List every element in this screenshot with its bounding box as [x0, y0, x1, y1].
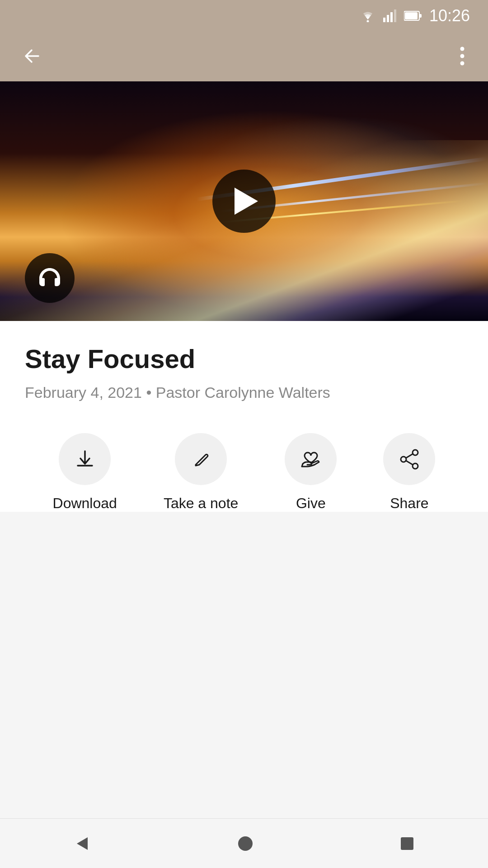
- actions-row: Download Take a note Give: [25, 433, 463, 512]
- audio-toggle-button[interactable]: [25, 253, 75, 303]
- sermon-date: February 4, 2021: [25, 384, 142, 401]
- content-area: Stay Focused February 4, 2021 • Pastor C…: [0, 321, 488, 512]
- sermon-pastor: Pastor Carolynne Walters: [156, 384, 330, 401]
- svg-point-12: [401, 457, 406, 462]
- more-vert-icon: [459, 46, 465, 66]
- svg-point-17: [238, 836, 253, 851]
- svg-rect-3: [390, 12, 393, 22]
- download-icon: [74, 448, 96, 470]
- share-label: Share: [390, 495, 428, 512]
- download-label: Download: [53, 495, 117, 512]
- back-arrow-icon: [23, 47, 42, 66]
- note-icon: [190, 448, 212, 470]
- play-button[interactable]: [212, 170, 276, 233]
- nav-stop-button[interactable]: [390, 827, 424, 860]
- svg-point-0: [366, 20, 369, 23]
- give-button[interactable]: Give: [285, 433, 337, 512]
- signal-icon: [383, 9, 397, 22]
- svg-point-11: [413, 450, 418, 455]
- nav-back-button[interactable]: [64, 826, 100, 862]
- nav-home-icon: [237, 835, 253, 852]
- svg-marker-16: [77, 837, 88, 850]
- svg-rect-7: [419, 14, 422, 18]
- svg-line-15: [406, 461, 413, 465]
- back-button[interactable]: [18, 42, 46, 71]
- take-note-label: Take a note: [164, 495, 238, 512]
- share-button[interactable]: Share: [383, 433, 435, 512]
- status-time: 10:26: [429, 6, 470, 25]
- headphone-icon: [37, 266, 63, 290]
- bottom-nav: [0, 818, 488, 868]
- sermon-title: Stay Focused: [25, 344, 463, 374]
- give-label: Give: [296, 495, 326, 512]
- give-icon: [299, 448, 323, 471]
- share-icon: [398, 448, 421, 471]
- play-icon: [235, 188, 258, 215]
- svg-line-14: [406, 454, 413, 458]
- svg-rect-4: [394, 9, 396, 22]
- svg-rect-18: [401, 837, 413, 850]
- wifi-icon: [360, 9, 376, 22]
- svg-rect-1: [383, 18, 385, 22]
- nav-home-button[interactable]: [228, 826, 263, 861]
- nav-stop-icon: [399, 836, 415, 851]
- svg-point-9: [460, 54, 465, 58]
- app-bar: [0, 32, 488, 81]
- svg-point-8: [460, 47, 465, 51]
- more-options-button[interactable]: [455, 41, 470, 72]
- svg-point-13: [413, 463, 418, 469]
- sermon-meta: February 4, 2021 • Pastor Carolynne Walt…: [25, 384, 463, 401]
- svg-point-10: [460, 61, 465, 65]
- download-button[interactable]: Download: [53, 433, 117, 512]
- media-thumbnail: [0, 81, 488, 321]
- battery-icon: [404, 10, 422, 21]
- svg-rect-6: [405, 12, 418, 19]
- svg-rect-2: [387, 15, 389, 22]
- status-icons: 10:26: [360, 6, 470, 25]
- status-bar: 10:26: [0, 0, 488, 32]
- nav-back-icon: [73, 835, 91, 853]
- take-note-button[interactable]: Take a note: [164, 433, 238, 512]
